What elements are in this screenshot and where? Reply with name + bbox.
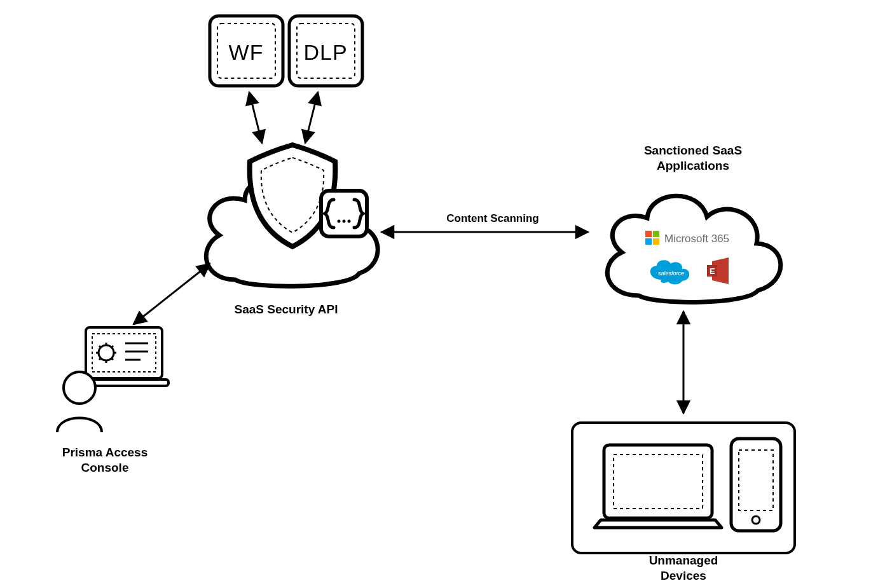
dlp-box: DLP	[289, 16, 362, 86]
prisma-access-console-icon	[57, 327, 168, 432]
svg-rect-26	[645, 231, 652, 237]
svg-point-8	[343, 220, 346, 223]
unmanaged-devices-label-line2: Devices	[661, 569, 706, 582]
svg-point-7	[338, 220, 341, 223]
svg-line-18	[99, 346, 101, 348]
arrow-console-saasapi	[134, 264, 210, 324]
laptop-icon	[594, 445, 722, 528]
svg-text:salesforce: salesforce	[658, 270, 684, 277]
svg-line-19	[111, 346, 113, 348]
unmanaged-devices-box	[572, 423, 795, 553]
svg-text:E: E	[710, 266, 715, 276]
svg-rect-6	[321, 191, 367, 236]
prisma-access-console-label-line1: Prisma Access	[62, 446, 148, 459]
svg-text:Microsoft 365: Microsoft 365	[664, 233, 729, 245]
svg-point-9	[348, 220, 351, 223]
person-icon	[57, 372, 102, 432]
content-scanning-label: Content Scanning	[436, 212, 550, 225]
svg-point-25	[64, 372, 95, 404]
svg-text:WF: WF	[229, 40, 264, 64]
svg-line-20	[99, 358, 101, 360]
svg-line-21	[111, 358, 113, 360]
svg-rect-28	[645, 238, 652, 245]
sanctioned-saas-label-line2: Applications	[657, 159, 729, 172]
svg-rect-29	[653, 238, 659, 245]
svg-rect-35	[604, 445, 712, 518]
phone-icon	[731, 439, 781, 531]
saas-security-api-label: SaaS Security API	[210, 302, 362, 317]
prisma-access-console-label-line2: Console	[81, 461, 129, 474]
arrow-dlp-saasapi	[305, 92, 318, 143]
prisma-access-console-label: Prisma Access Console	[41, 445, 168, 475]
diagram-canvas: WF DLP	[0, 0, 892, 588]
arrow-wf-saasapi	[249, 92, 262, 143]
unmanaged-devices-label-line1: Unmanaged	[649, 554, 718, 567]
sanctioned-saas-cloud: Microsoft 365 salesforce E	[607, 196, 781, 302]
svg-rect-27	[653, 231, 659, 237]
sanctioned-saas-label-line1: Sanctioned SaaS	[644, 144, 742, 157]
saas-security-api-cloud	[206, 145, 378, 286]
unmanaged-devices-label: Unmanaged Devices	[620, 553, 747, 584]
sanctioned-saas-label: Sanctioned SaaS Applications	[623, 143, 763, 174]
svg-text:DLP: DLP	[303, 40, 347, 64]
wf-box: WF	[210, 16, 283, 86]
